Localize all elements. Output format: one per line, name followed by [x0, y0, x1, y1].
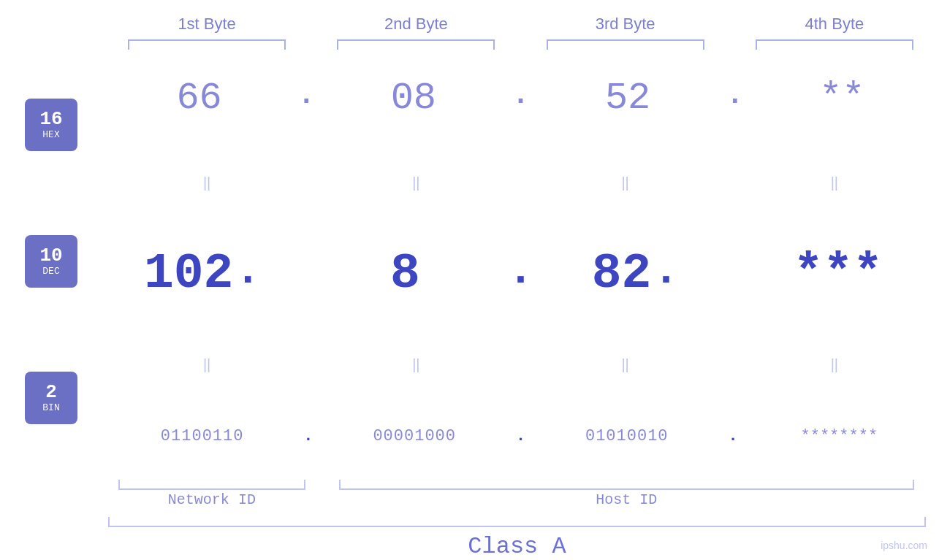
bin-dot2: .	[516, 427, 525, 445]
main-container: 1st Byte 2nd Byte 3rd Byte 4th Byte 16 H…	[0, 0, 939, 560]
byte4-header: 4th Byte	[730, 15, 939, 34]
top-brackets	[0, 39, 939, 53]
dec-byte1-cell: 102 .	[102, 245, 304, 302]
dec-byte3-cell: 82 .	[536, 245, 737, 302]
network-id-label: Network ID	[108, 491, 316, 508]
eq1-c2: ||	[311, 174, 520, 191]
dec-badge-label: DEC	[42, 266, 59, 277]
bin-dot3: .	[728, 427, 737, 445]
eq2-c3: ||	[521, 356, 730, 373]
bin-badge: 2 BIN	[25, 372, 77, 424]
bin-badge-label: BIN	[42, 402, 59, 413]
bracket-byte3	[527, 39, 724, 53]
eq1-c1: ||	[102, 174, 311, 191]
eq1-c4: ||	[730, 174, 939, 191]
hex-dot1: .	[297, 79, 315, 118]
hex-dot2: .	[512, 79, 529, 118]
host-id-label: Host ID	[327, 491, 926, 508]
equals-row-2: || || || ||	[102, 350, 939, 379]
hex-badge-label: HEX	[42, 129, 59, 140]
bin-byte1-cell: 01100110	[102, 427, 302, 445]
bin-byte2-value: 00001000	[373, 427, 456, 445]
bin-badge-number: 2	[45, 382, 57, 403]
dec-byte2-value: 8	[390, 245, 420, 302]
bin-byte3-cell: 01010010	[527, 427, 726, 445]
byte1-header: 1st Byte	[102, 15, 311, 34]
bin-dot1: .	[303, 427, 313, 445]
bin-byte1-value: 01100110	[161, 427, 244, 445]
badges-column: 16 HEX 10 DEC 2 BIN	[0, 53, 102, 469]
dec-dot3: .	[653, 246, 679, 302]
eq2-c2: ||	[311, 356, 520, 373]
hex-byte1-cell: 66	[102, 77, 296, 120]
hex-byte4-value: **	[819, 77, 864, 120]
hex-badge-number: 16	[39, 109, 62, 130]
bracket-byte1	[108, 39, 305, 53]
bin-byte4-cell: ********	[740, 427, 939, 445]
byte3-header: 3rd Byte	[521, 15, 730, 34]
bin-byte2-cell: 00001000	[315, 427, 514, 445]
dec-row: 102 . 8 . 82 . ***	[102, 245, 939, 302]
dec-badge-number: 10	[39, 245, 62, 266]
dec-badge: 10 DEC	[25, 235, 77, 288]
dec-byte1-value: 102	[144, 245, 233, 302]
dec-byte2-cell: 8	[304, 245, 506, 302]
dec-dot2: .	[508, 246, 534, 302]
dec-byte4-cell: ***	[737, 245, 939, 302]
byte-headers: 1st Byte 2nd Byte 3rd Byte 4th Byte	[0, 15, 939, 34]
bracket-byte4	[736, 39, 933, 53]
hex-dot3: .	[726, 79, 744, 118]
bin-row: 01100110 . 00001000 . 01010010 . *******…	[102, 427, 939, 445]
hex-byte3-value: 52	[605, 77, 650, 120]
eq1-c3: ||	[521, 174, 730, 191]
hex-byte2-value: 08	[391, 77, 436, 120]
eq2-c4: ||	[730, 356, 939, 373]
hex-byte4-cell: **	[745, 77, 939, 120]
hex-badge: 16 HEX	[25, 99, 77, 151]
watermark: ipshu.com	[881, 540, 927, 551]
bin-byte4-value: ********	[801, 427, 878, 445]
dec-byte4-value: ***	[794, 245, 883, 302]
dec-byte3-value: 82	[592, 245, 652, 302]
hex-byte1-value: 66	[176, 77, 221, 120]
hex-byte3-cell: 52	[531, 77, 725, 120]
eq2-c1: ||	[102, 356, 311, 373]
bin-byte3-value: 01010010	[585, 427, 669, 445]
hex-row: 66 . 08 . 52 . **	[102, 77, 939, 120]
equals-row-1: || || || ||	[102, 168, 939, 197]
byte2-header: 2nd Byte	[311, 15, 520, 34]
dec-dot1: .	[235, 246, 261, 302]
bracket-byte2	[317, 39, 514, 53]
hex-byte2-cell: 08	[316, 77, 510, 120]
class-label: Class A	[102, 533, 932, 560]
